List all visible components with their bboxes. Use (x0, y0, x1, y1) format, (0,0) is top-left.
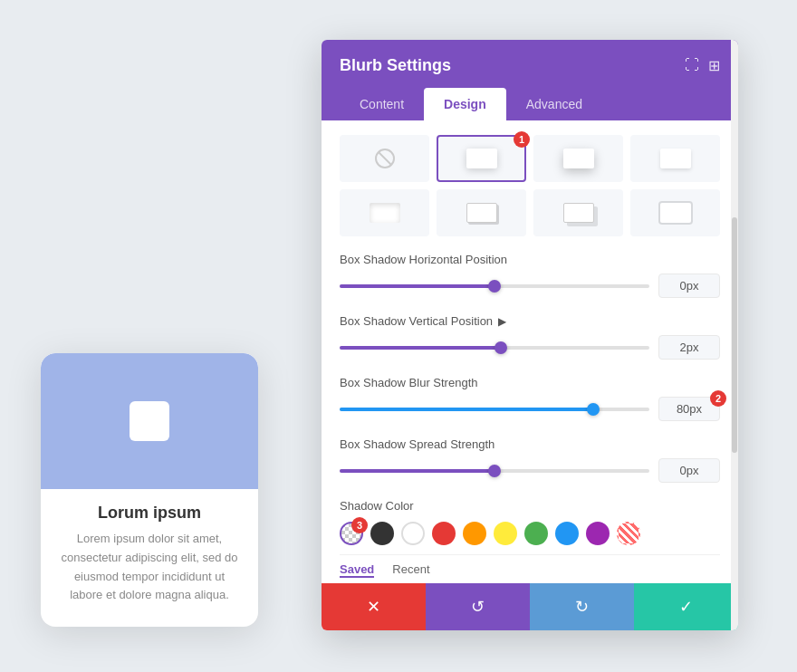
swatch-blue[interactable] (555, 522, 579, 545)
spread-strength-fill (340, 469, 495, 473)
action-bar: ✕ ↺ ↻ ✓ (322, 583, 738, 630)
swatch-white[interactable] (401, 522, 425, 545)
swatch-yellow[interactable] (494, 522, 517, 545)
shadow-preview-5 (466, 203, 497, 223)
swatch-black[interactable] (370, 522, 394, 545)
spread-strength-value[interactable]: 0px (658, 458, 720, 483)
shadow-preview-4 (370, 203, 400, 223)
tab-design[interactable]: Design (424, 88, 506, 120)
blurb-settings-panel: Blurb Settings ⛶ ⊞ Content Design Advanc… (322, 40, 738, 630)
swatch-orange[interactable] (463, 522, 486, 545)
swatch-red[interactable] (432, 522, 456, 545)
horizontal-position-row: Box Shadow Horizontal Position 0px (340, 253, 720, 298)
vertical-position-slider-container: 2px (340, 335, 720, 360)
shadow-option-4[interactable] (340, 189, 429, 236)
spread-strength-track[interactable] (340, 469, 649, 473)
recent-label[interactable]: Recent (392, 562, 429, 578)
swatch-striped[interactable] (617, 522, 640, 545)
preview-card: Lorum ipsum Lorem ipsum dolor sit amet, … (41, 353, 258, 627)
blur-strength-value[interactable]: 80px 2 (658, 397, 720, 421)
horizontal-position-slider-container: 0px (340, 274, 720, 298)
spread-strength-label: Box Shadow Spread Strength (340, 437, 720, 451)
shadow-preview-3 (660, 149, 691, 168)
shadow-option-3[interactable] (630, 135, 720, 182)
shadow-option-1[interactable]: 1 (437, 135, 526, 182)
blur-strength-label: Box Shadow Blur Strength (340, 376, 720, 389)
blur-strength-track[interactable] (340, 408, 649, 411)
expand-icon[interactable]: ⛶ (685, 57, 699, 74)
vertical-position-row: Box Shadow Vertical Position ▶ 2px (340, 314, 720, 360)
blur-strength-thumb[interactable] (587, 403, 600, 416)
cursor-icon: ▶ (498, 315, 506, 328)
saved-label[interactable]: Saved (340, 562, 374, 578)
spread-strength-slider-container: 0px (340, 458, 720, 483)
badge-1: 1 (514, 131, 530, 148)
shadow-preview-6 (563, 203, 594, 223)
shadow-color-section: Shadow Color 3 (340, 499, 720, 545)
tab-content[interactable]: Content (340, 88, 424, 120)
shadow-style-grid: 1 (340, 135, 720, 236)
panel-header: Blurb Settings ⛶ ⊞ Content Design Advanc… (322, 40, 738, 120)
vertical-position-track[interactable] (340, 346, 649, 350)
shadow-option-none[interactable] (340, 135, 429, 182)
badge-2: 2 (710, 390, 726, 407)
vertical-position-thumb[interactable] (495, 341, 507, 354)
vertical-position-fill (340, 346, 501, 350)
shadow-option-2[interactable] (533, 135, 623, 182)
redo-button[interactable]: ↻ (530, 583, 634, 630)
shadow-color-label: Shadow Color (340, 499, 720, 513)
blur-strength-fill (340, 408, 593, 411)
panel-tabs: Content Design Advanced (340, 88, 720, 120)
shadow-preview-1 (466, 149, 497, 168)
columns-icon[interactable]: ⊞ (708, 57, 720, 74)
spread-strength-row: Box Shadow Spread Strength 0px (340, 437, 720, 483)
swatch-transparent[interactable]: 3 (340, 522, 363, 545)
panel-scrollbar-thumb (732, 217, 737, 454)
panel-scrollbar[interactable] (731, 40, 738, 630)
tab-advanced[interactable]: Advanced (506, 88, 602, 120)
shadow-preview-2 (563, 149, 594, 168)
preview-card-text: Lorem ipsum dolor sit amet, consectetur … (41, 530, 258, 605)
blur-strength-slider-container: 80px 2 (340, 397, 720, 421)
shadow-option-7[interactable] (630, 189, 720, 236)
panel-title-row: Blurb Settings ⛶ ⊞ (340, 56, 720, 75)
shadow-option-6[interactable] (533, 189, 623, 236)
confirm-button[interactable]: ✓ (634, 583, 738, 630)
blur-strength-row: Box Shadow Blur Strength 80px 2 (340, 376, 720, 421)
saved-recent-bar: Saved Recent (340, 554, 720, 583)
swatch-purple[interactable] (586, 522, 610, 545)
badge-3: 3 (351, 517, 368, 533)
spread-strength-thumb[interactable] (488, 465, 501, 477)
panel-body: 1 Box Shadow Horizontal Position (322, 120, 738, 583)
preview-card-title: Lorum ipsum (41, 504, 258, 523)
svg-line-1 (379, 152, 391, 165)
panel-header-icons: ⛶ ⊞ (685, 57, 720, 74)
horizontal-position-value[interactable]: 0px (658, 274, 720, 298)
preview-card-image (41, 353, 258, 489)
horizontal-position-thumb[interactable] (488, 280, 501, 293)
preview-card-icon (130, 401, 169, 441)
cancel-button[interactable]: ✕ (322, 583, 426, 630)
color-swatches: 3 (340, 522, 720, 545)
panel-title: Blurb Settings (340, 56, 451, 75)
horizontal-position-label: Box Shadow Horizontal Position (340, 253, 720, 266)
vertical-position-label: Box Shadow Vertical Position ▶ (340, 314, 720, 328)
shadow-option-5[interactable] (437, 189, 526, 236)
reset-button[interactable]: ↺ (426, 583, 530, 630)
swatch-green[interactable] (524, 522, 548, 545)
horizontal-position-fill (340, 284, 495, 288)
vertical-position-value[interactable]: 2px (658, 335, 720, 360)
shadow-preview-7 (660, 203, 691, 223)
horizontal-position-track[interactable] (340, 284, 649, 288)
